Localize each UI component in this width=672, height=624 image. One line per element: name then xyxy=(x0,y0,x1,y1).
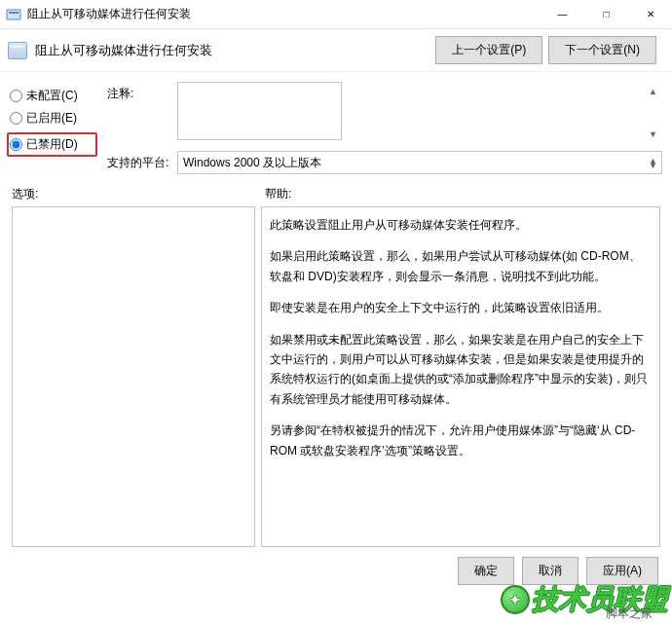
scroll-up-icon[interactable]: ▲ xyxy=(646,84,660,98)
comment-textbox[interactable] xyxy=(177,82,342,140)
radio-disabled-input[interactable] xyxy=(10,138,22,151)
radio-not-configured[interactable]: 未配置(C) xyxy=(10,88,97,104)
radio-not-configured-label: 未配置(C) xyxy=(26,88,78,104)
radio-disabled-highlight: 已禁用(D) xyxy=(7,132,97,157)
next-setting-button[interactable]: 下一个设置(N) xyxy=(548,36,656,64)
radio-enabled-input[interactable] xyxy=(10,112,22,125)
radio-not-configured-input[interactable] xyxy=(10,90,22,102)
comment-label: 注释: xyxy=(107,82,169,102)
options-pane xyxy=(12,206,255,547)
window-title: 阻止从可移动媒体进行任何安装 xyxy=(27,6,191,22)
help-paragraph: 即使安装是在用户的安全上下文中运行的，此策略设置依旧适用。 xyxy=(270,298,652,317)
supported-platform-box: Windows 2000 及以上版本 xyxy=(177,151,662,174)
state-radio-group: 未配置(C) 已启用(E) 已禁用(D) xyxy=(10,76,97,174)
policy-title: 阻止从可移动媒体进行任何安装 xyxy=(35,42,212,59)
radio-enabled[interactable]: 已启用(E) xyxy=(10,110,97,127)
help-paragraph: 此策略设置阻止用户从可移动媒体安装任何程序。 xyxy=(270,215,652,235)
radio-disabled[interactable]: 已禁用(D) xyxy=(10,136,93,153)
options-label: 选项: xyxy=(12,186,265,202)
cancel-button[interactable]: 取消 xyxy=(522,557,579,585)
panes-row: 此策略设置阻止用户从可移动媒体安装任何程序。 如果启用此策略设置，那么，如果用户… xyxy=(0,206,672,547)
config-area: 未配置(C) 已启用(E) 已禁用(D) 注释: ▲ ▼ 支持的平台: xyxy=(0,72,672,182)
svg-rect-0 xyxy=(7,10,20,19)
help-paragraph: 另请参阅“在特权被提升的情况下，允许用户使用媒体源”与“隐藏‘从 CD-ROM … xyxy=(270,421,652,460)
policy-icon xyxy=(8,42,27,59)
watermark-logo-icon: ✦ xyxy=(501,585,530,614)
help-paragraph: 如果启用此策略设置，那么，如果用户尝试从可移动媒体(如 CD-ROM、软盘和 D… xyxy=(270,246,652,286)
maximize-button[interactable]: □ xyxy=(584,0,628,29)
scroll-down-icon[interactable]: ▼ xyxy=(646,127,660,141)
svg-rect-1 xyxy=(9,12,19,14)
minimize-button[interactable]: — xyxy=(541,0,584,29)
help-paragraph: 如果禁用或未配置此策略设置，那么，如果安装是在用户自己的安全上下文中运行的，则用… xyxy=(270,330,652,410)
watermark-subtext: 脚本之家 xyxy=(606,606,653,622)
supported-platform-label: 支持的平台: xyxy=(107,151,169,171)
radio-enabled-label: 已启用(E) xyxy=(26,110,77,127)
scroll-down-icon[interactable]: ▼ xyxy=(646,158,660,172)
ok-button[interactable]: 确定 xyxy=(458,557,514,585)
toolbar: 阻止从可移动媒体进行任何安装 上一个设置(P) 下一个设置(N) xyxy=(0,29,672,72)
window-titlebar: 阻止从可移动媒体进行任何安装 — □ ✕ xyxy=(0,0,672,29)
help-pane: 此策略设置阻止用户从可移动媒体安装任何程序。 如果启用此策略设置，那么，如果用户… xyxy=(261,206,660,547)
window-controls: — □ ✕ xyxy=(541,0,672,29)
supported-platform-value: Windows 2000 及以上版本 xyxy=(183,156,321,169)
previous-setting-button[interactable]: 上一个设置(P) xyxy=(435,36,542,64)
close-button[interactable]: ✕ xyxy=(628,0,672,29)
dialog-footer: 确定 取消 应用(A) xyxy=(0,547,672,585)
radio-disabled-label: 已禁用(D) xyxy=(26,136,78,153)
watermark-overlay: ✦ 技术员联盟 xyxy=(501,581,668,618)
apply-button[interactable]: 应用(A) xyxy=(586,557,658,585)
help-label: 帮助: xyxy=(265,186,291,202)
app-icon xyxy=(6,7,21,22)
watermark-text: 技术员联盟 xyxy=(532,581,668,618)
pane-labels: 选项: 帮助: xyxy=(0,182,672,206)
